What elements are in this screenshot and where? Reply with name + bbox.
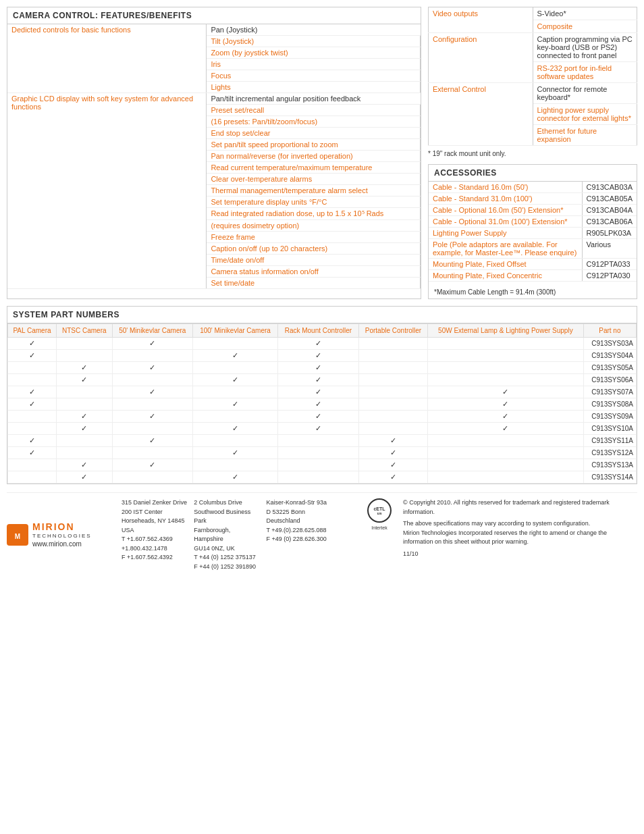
checkmark-icon: ✓ [81, 375, 87, 384]
checkmark-icon: ✓ [315, 400, 321, 408]
system-part-cell [112, 423, 193, 435]
video-config-panel: Video outputsS-Video*CompositeConfigurat… [428, 7, 637, 157]
checkmark-icon: ✓ [232, 448, 238, 457]
system-part-cell [8, 459, 57, 471]
system-part-cell [428, 471, 584, 484]
system-part-cell [8, 471, 57, 484]
mirion-logo-icon: M [7, 524, 28, 546]
camera-benefit-value: Clear over-temperature alarms [207, 174, 421, 185]
accessories-footnote: *Maximum Cable Length = 91.4m (300ft) [429, 286, 637, 298]
system-part-cell: ✓ [428, 411, 584, 423]
system-part-cell [358, 362, 427, 374]
camera-benefit-value: Read integrated radiation dose, up to 1.… [207, 208, 421, 220]
camera-benefit-value: Set temperature display units °F/°C [207, 197, 421, 208]
system-part-cell: ✓ [277, 350, 358, 362]
system-part-cell [57, 350, 112, 362]
top-section: CAMERA CONTROL: FEATURES/BENEFITS Dedict… [7, 7, 637, 299]
video-label: Video outputs [429, 7, 533, 33]
camera-benefit-value: Lights [207, 82, 421, 93]
system-part-cell: ✓ [8, 350, 57, 362]
footer-logo: M MIRION TECHNOLOGIES www.mirion.com [7, 498, 115, 571]
system-part-cell [193, 459, 278, 471]
system-part-cell [428, 362, 584, 374]
system-part-cell [57, 447, 112, 459]
system-part-table: PAL CameraNTSC Camera50' Minikevlar Came… [7, 323, 637, 484]
system-part-cell [8, 374, 57, 386]
logo-text-block: MIRION TECHNOLOGIES www.mirion.com [32, 522, 92, 547]
checkmark-icon: ✓ [315, 388, 321, 396]
system-part-cell: ✓ [112, 459, 193, 471]
system-part-cell: ✓ [277, 338, 358, 350]
checkmark-icon: ✓ [232, 375, 238, 384]
checkmark-icon: ✓ [81, 412, 87, 420]
system-part-cell: ✓ [57, 362, 112, 374]
checkmark-icon: ✓ [315, 424, 321, 432]
system-part-cell: ✓ [358, 459, 427, 471]
system-part-cell [112, 374, 193, 386]
part-number: C913SYS11A [583, 435, 636, 447]
part-number: C913SYS06A [583, 374, 636, 386]
accessory-item: Cable - Optional 16.0m (50') Extension* [429, 205, 582, 216]
system-part-cell: ✓ [277, 386, 358, 398]
system-part-cell [57, 386, 112, 398]
accessory-code: C913CAB04A [582, 205, 637, 216]
system-part-cell [57, 398, 112, 411]
camera-benefit-value: Iris [207, 59, 421, 70]
checkmark-icon: ✓ [81, 424, 87, 432]
checkmark-icon: ✓ [149, 412, 155, 420]
system-part-cell [277, 447, 358, 459]
system-part-cell [358, 411, 427, 423]
intertek-logo: cETL us [367, 498, 392, 523]
system-part-cell: ✓ [57, 374, 112, 386]
accessory-code: C913CAB03A [582, 182, 637, 193]
system-part-cell: ✓ [193, 398, 278, 411]
system-part-cell: ✓ [112, 386, 193, 398]
system-part-panel: SYSTEM PART NUMBERS PAL CameraNTSC Camer… [7, 306, 637, 484]
camera-feature-label: Dedicted controls for basic functions [7, 24, 207, 93]
checkmark-icon: ✓ [29, 448, 35, 457]
system-part-cell [277, 471, 358, 484]
accessory-item: Lighting Power Supply [429, 228, 582, 239]
accessory-code: C913CAB05A [582, 193, 637, 205]
system-part-header: Part no [583, 324, 636, 338]
brand-name: MIRION [32, 522, 92, 532]
system-part-title: SYSTEM PART NUMBERS [7, 307, 637, 323]
system-part-cell [358, 398, 427, 411]
system-part-cell: ✓ [193, 423, 278, 435]
system-part-cell: ✓ [112, 338, 193, 350]
brand-sub: TECHNOLOGIES [32, 533, 92, 539]
system-part-cell [428, 338, 584, 350]
checkmark-icon: ✓ [315, 351, 321, 359]
system-part-cell: ✓ [428, 423, 584, 435]
system-part-cell: ✓ [428, 398, 584, 411]
system-part-cell [358, 350, 427, 362]
system-part-cell [8, 362, 57, 374]
intertek-label: Intertek [371, 525, 387, 530]
brand-url: www.mirion.com [32, 540, 92, 548]
part-number: C913SYS10A [583, 423, 636, 435]
accessory-item: Mounting Plate, Fixed Offset [429, 259, 582, 270]
system-part-cell: ✓ [57, 423, 112, 435]
checkmark-icon: ✓ [315, 363, 321, 371]
footer-address-col: Kaiser-Konrad-Str 93aD 53225 BonnDeutsch… [266, 498, 331, 571]
camera-control-table: Dedicted controls for basic functionsPan… [7, 24, 421, 289]
system-part-header: 100' Minikevlar Camera [193, 324, 278, 338]
system-part-cell: ✓ [277, 411, 358, 423]
accessory-code: C913CAB06A [582, 216, 637, 228]
version: 11/10 [403, 550, 637, 559]
right-column: Video outputsS-Video*CompositeConfigurat… [428, 7, 637, 299]
camera-benefit-value: (requires dosimetry option) [207, 220, 421, 232]
accessory-code: C912PTA030 [582, 270, 637, 282]
accessory-item: Mounting Plate, Fixed Concentric [429, 270, 582, 282]
accessory-item: Cable - Optional 31.0m (100') Extension* [429, 216, 582, 228]
camera-feature-label: Graphic LCD display with soft key system… [7, 93, 207, 289]
system-part-cell [57, 435, 112, 447]
checkmark-icon: ✓ [232, 424, 238, 432]
camera-benefit-value: Focus [207, 70, 421, 82]
checkmark-icon: ✓ [149, 363, 155, 371]
checkmark-icon: ✓ [81, 363, 87, 371]
checkmark-icon: ✓ [232, 351, 238, 359]
disclaimer1: The above specifications may vary accord… [403, 519, 637, 529]
svg-text:M: M [15, 533, 20, 540]
camera-benefit-value: Camera status information on/off [207, 266, 421, 278]
